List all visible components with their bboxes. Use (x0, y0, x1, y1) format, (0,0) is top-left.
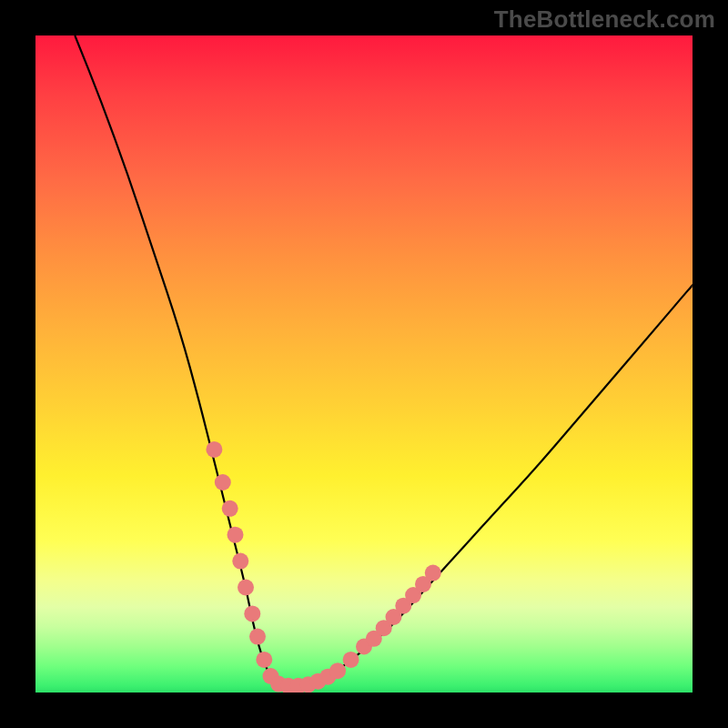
highlight-dot (329, 662, 346, 679)
highlight-dot (206, 441, 222, 458)
highlight-dot (343, 652, 359, 668)
highlight-dot (238, 580, 254, 596)
plot-area (35, 35, 693, 693)
highlight-dot (256, 652, 272, 668)
highlight-dots-group (206, 441, 440, 693)
highlight-dot (232, 553, 248, 570)
bottleneck-curve (75, 35, 693, 686)
highlight-dot (244, 605, 260, 622)
highlight-dot (215, 474, 231, 490)
highlight-dot (228, 527, 244, 543)
chart-svg (35, 35, 693, 693)
highlight-dot (222, 500, 238, 517)
watermark-label: TheBottleneck.com (494, 5, 715, 34)
chart-container: TheBottleneck.com (0, 0, 728, 728)
highlight-dot (249, 629, 266, 645)
highlight-dot (425, 565, 441, 581)
